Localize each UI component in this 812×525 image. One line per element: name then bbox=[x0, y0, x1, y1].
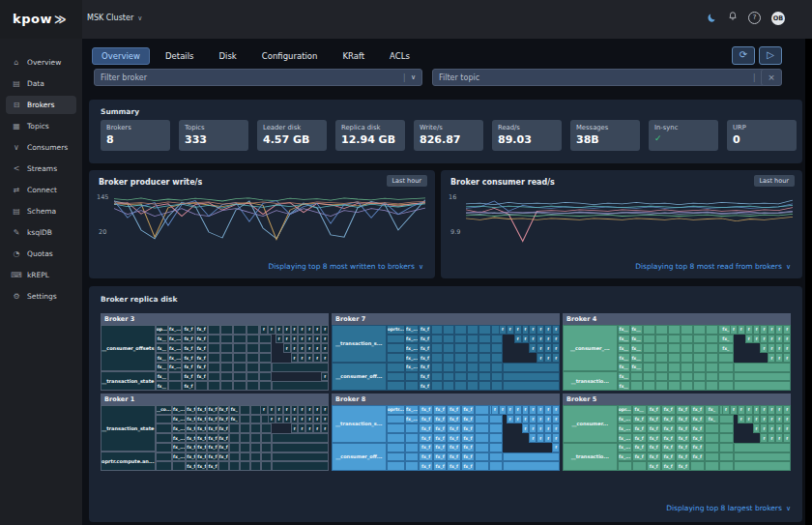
empty-cell[interactable] bbox=[168, 372, 182, 382]
empty-cell[interactable] bbox=[454, 363, 466, 372]
topic-cell[interactable]: fx__ bbox=[618, 363, 630, 372]
topic-cell[interactable]: f bbox=[536, 433, 544, 443]
topic-cell[interactable]: fx__ bbox=[618, 325, 630, 335]
topic-cell[interactable]: f bbox=[305, 353, 313, 363]
topic-cell[interactable]: fx_... bbox=[168, 343, 182, 353]
topic-cell[interactable]: f bbox=[529, 343, 536, 353]
topic-cell[interactable]: fx_f bbox=[419, 443, 432, 452]
empty-cell[interactable] bbox=[431, 381, 443, 391]
sidebar-item-krepl[interactable]: ⌨kREPL bbox=[6, 266, 76, 284]
topic-cell[interactable]: f bbox=[313, 405, 321, 415]
topic-cell[interactable]: fx_f bbox=[447, 443, 460, 452]
bell-icon[interactable] bbox=[728, 11, 738, 25]
topic-cell[interactable]: fx__ bbox=[156, 381, 168, 391]
topic-cell[interactable]: f bbox=[722, 405, 730, 415]
topic-cell[interactable]: fx_f bbox=[195, 372, 208, 382]
topic-cell[interactable]: f bbox=[305, 415, 313, 424]
clear-filter-button[interactable]: × bbox=[761, 69, 782, 86]
topic-cell[interactable]: f bbox=[760, 343, 768, 353]
empty-cell[interactable] bbox=[719, 443, 734, 452]
topic-cell[interactable]: f bbox=[305, 423, 313, 433]
topic-cell[interactable]: fx_... bbox=[172, 443, 186, 452]
empty-cell[interactable] bbox=[467, 353, 478, 363]
empty-cell[interactable] bbox=[208, 363, 220, 372]
chart-display-link[interactable]: Displaying top 8 most written to brokers… bbox=[268, 262, 423, 271]
empty-cell[interactable] bbox=[229, 452, 240, 462]
empty-cell[interactable] bbox=[443, 363, 454, 372]
empty-cell[interactable] bbox=[431, 353, 443, 363]
topic-cell[interactable]: oprtr... bbox=[387, 325, 405, 335]
empty-cell[interactable] bbox=[706, 343, 718, 353]
topic-cell[interactable]: f bbox=[760, 415, 768, 424]
topic-cell[interactable]: fx_f bbox=[447, 405, 460, 415]
topic-cell[interactable]: f bbox=[760, 335, 768, 344]
empty-cell[interactable] bbox=[387, 452, 405, 462]
topic-cell[interactable]: fx_f bbox=[186, 415, 196, 424]
empty-cell[interactable] bbox=[272, 443, 329, 452]
topic-cell[interactable]: fx_f bbox=[447, 423, 460, 433]
topic-cell[interactable]: fx_f bbox=[647, 452, 661, 462]
help-icon[interactable]: ? bbox=[748, 12, 761, 24]
topic-cell[interactable]: fx_f bbox=[676, 461, 690, 471]
empty-cell[interactable] bbox=[706, 325, 718, 335]
topic-cell[interactable]: f bbox=[321, 415, 329, 424]
topic-cell[interactable]: __transaction_state bbox=[101, 405, 156, 452]
empty-cell[interactable] bbox=[229, 461, 240, 471]
topic-cell[interactable]: fx_f bbox=[195, 363, 208, 372]
topic-cell[interactable]: fx_f bbox=[207, 461, 218, 471]
topic-cell[interactable]: fx_f bbox=[461, 452, 475, 462]
empty-cell[interactable] bbox=[431, 372, 443, 382]
topic-cell[interactable]: fx_... bbox=[618, 415, 632, 424]
empty-cell[interactable] bbox=[246, 363, 259, 372]
empty-cell[interactable] bbox=[208, 325, 220, 335]
empty-cell[interactable] bbox=[387, 415, 405, 424]
topic-cell[interactable]: fx__ bbox=[156, 335, 168, 344]
topic-cell[interactable]: fx_f bbox=[419, 452, 432, 462]
empty-cell[interactable] bbox=[693, 372, 706, 382]
topic-cell[interactable]: fx_f bbox=[196, 423, 207, 433]
empty-cell[interactable] bbox=[478, 335, 490, 344]
topic-cell[interactable]: f bbox=[552, 343, 560, 353]
empty-cell[interactable] bbox=[655, 343, 668, 353]
empty-cell[interactable] bbox=[156, 423, 172, 433]
empty-cell[interactable] bbox=[259, 372, 272, 382]
empty-cell[interactable] bbox=[668, 372, 681, 382]
empty-cell[interactable] bbox=[272, 461, 329, 471]
empty-cell[interactable] bbox=[475, 405, 488, 415]
topic-cell[interactable]: f bbox=[544, 423, 552, 433]
topic-cell[interactable]: f bbox=[529, 433, 536, 443]
topic-cell[interactable]: f bbox=[283, 405, 291, 415]
topic-cell[interactable]: fx_ bbox=[718, 343, 735, 353]
topic-cell[interactable]: f bbox=[276, 325, 283, 335]
topic-cell[interactable]: fx_... bbox=[618, 452, 632, 462]
sidebar-item-topics[interactable]: ▦Topics bbox=[6, 117, 76, 135]
empty-cell[interactable] bbox=[706, 363, 718, 372]
sidebar-item-quotas[interactable]: ◔Quotas bbox=[6, 245, 76, 263]
topic-cell[interactable]: f bbox=[313, 353, 321, 363]
empty-cell[interactable] bbox=[168, 381, 182, 391]
empty-cell[interactable] bbox=[172, 461, 186, 471]
empty-cell[interactable] bbox=[489, 461, 503, 471]
empty-cell[interactable] bbox=[693, 325, 706, 335]
sidebar-item-consumers[interactable]: ∨Consumers bbox=[6, 138, 76, 157]
topic-cell[interactable]: f bbox=[745, 325, 753, 335]
topic-cell[interactable]: fx_f bbox=[186, 423, 196, 433]
topic-cell[interactable]: f bbox=[313, 343, 321, 353]
topic-cell[interactable]: fx_f bbox=[419, 423, 432, 433]
topic-cell[interactable]: f bbox=[544, 335, 552, 344]
empty-cell[interactable] bbox=[240, 433, 250, 443]
empty-cell[interactable] bbox=[681, 325, 693, 335]
topic-cell[interactable]: f bbox=[544, 405, 552, 415]
empty-cell[interactable] bbox=[443, 372, 454, 382]
topic-cell[interactable]: f bbox=[775, 335, 783, 344]
empty-cell[interactable] bbox=[655, 325, 668, 335]
empty-cell[interactable] bbox=[705, 433, 719, 443]
cluster-dropdown[interactable]: MSK Cluster∨ bbox=[87, 14, 142, 22]
topic-cell[interactable]: f bbox=[753, 423, 761, 433]
topic-cell[interactable]: fx_f bbox=[207, 405, 218, 415]
empty-cell[interactable] bbox=[387, 423, 405, 433]
tab-configuration[interactable]: Configuration bbox=[252, 47, 328, 65]
empty-cell[interactable] bbox=[491, 353, 503, 363]
empty-cell[interactable] bbox=[668, 325, 681, 335]
empty-cell[interactable] bbox=[250, 433, 261, 443]
